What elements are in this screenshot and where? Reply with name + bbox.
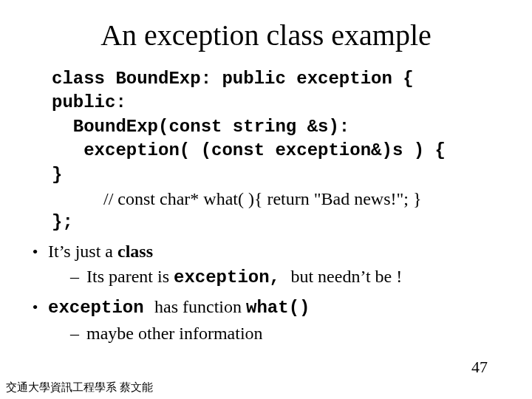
sub-prefix: Its parent is (86, 267, 174, 286)
subbullet-item: – maybe other information (70, 321, 510, 345)
bullet-prefix: It’s just a (48, 242, 117, 261)
bullet-mid: has function (154, 297, 246, 316)
bullet-item: • It’s just a class (22, 239, 510, 263)
bullet-item: • exception has function what() (22, 295, 510, 320)
code-line: public: (52, 91, 510, 115)
slide: An exception class example class BoundEx… (0, 0, 532, 399)
slide-title: An exception class example (22, 18, 510, 52)
subbullet-text: Its parent is exception, but needn’t be … (86, 265, 402, 290)
code-line: } (52, 163, 510, 187)
sub-mono: exception, (174, 267, 290, 287)
code-block: class BoundExp: public exception { publi… (52, 67, 510, 187)
dash-icon: – (70, 321, 86, 345)
page-number: 47 (471, 358, 488, 377)
code-line: }; (52, 211, 510, 234)
bullet-bold: class (117, 242, 153, 261)
subbullet-text: maybe other information (86, 321, 263, 345)
bullet-mono: what() (246, 298, 310, 318)
code-block-end: }; (52, 211, 510, 234)
footer-text: 交通大學資訊工程學系 蔡文能 (6, 381, 153, 395)
code-line: class BoundExp: public exception { (52, 67, 510, 91)
code-comment: // const char* what( ){ return "Bad news… (103, 187, 510, 211)
sub-suffix: but needn’t be ! (290, 267, 402, 286)
bullet-dot-icon: • (22, 299, 48, 316)
code-line: BoundExp(const string &s): (52, 115, 510, 139)
subbullet-item: – Its parent is exception, but needn’t b… (70, 265, 510, 290)
bullet-dot-icon: • (22, 244, 48, 260)
bullet-mono: exception (48, 298, 154, 318)
slide-content: class BoundExp: public exception { publi… (22, 67, 510, 345)
bullet-text: It’s just a class (48, 239, 153, 263)
code-line: exception( (const exception&)s ) { (52, 139, 510, 163)
dash-icon: – (70, 265, 86, 288)
bullet-text: exception has function what() (48, 295, 310, 320)
